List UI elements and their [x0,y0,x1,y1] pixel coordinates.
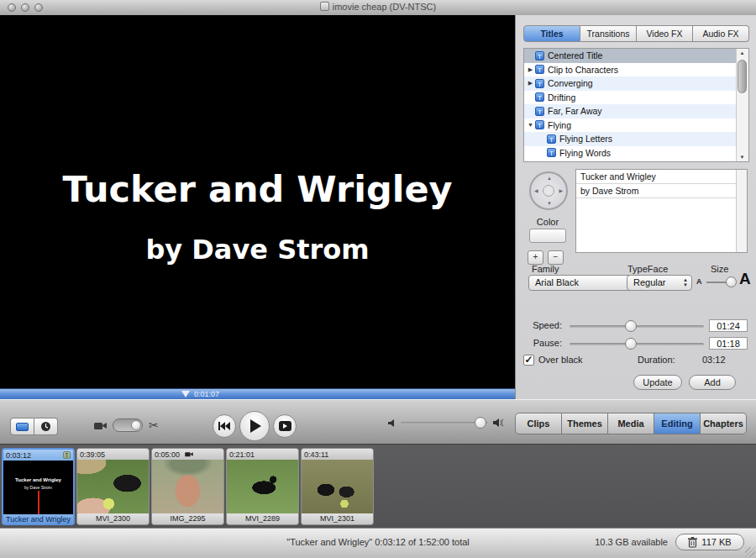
timeline-clip[interactable]: 0:39:05MVI_2300 [76,448,150,525]
thumb-title-line2: by Dave Strom [3,485,73,490]
title-style-label: Flying Letters [559,134,612,144]
rewind-icon [218,422,230,430]
timeline-clip[interactable]: 0:21:01MVI_2289 [226,448,299,525]
scrollbar-thumb[interactable] [738,60,747,93]
clip-duration: 0:39:05 [80,450,105,459]
add-button[interactable]: Add [689,375,736,390]
over-black-checkbox[interactable]: ✓ [523,355,534,366]
title-style-icon: T [535,107,544,116]
clip-viewer-button[interactable] [10,418,34,435]
text-entry-scrollbar[interactable] [736,170,747,252]
speed-slider[interactable] [570,325,704,328]
fullscreen-icon [279,421,291,431]
title-text-field-1[interactable]: Tucker and Wrigley [576,170,747,184]
pause-slider[interactable] [570,343,704,345]
clip-header: 0:03:12T [3,450,73,461]
mode-tab-clips[interactable]: Clips [515,413,562,434]
arrow-right-icon[interactable]: ▶ [559,187,563,193]
arrow-left-icon[interactable]: ◀ [534,187,538,193]
rewind-to-start-button[interactable] [213,414,236,438]
scrubber-bar[interactable]: 0:01:07 [0,388,515,399]
tab-video-fx[interactable]: Video FX [637,25,693,42]
video-preview[interactable]: Tucker and Wrigley by Dave Strom [0,15,515,388]
speed-field[interactable]: 01:24 [709,319,748,332]
titles-list-item[interactable]: TFlying Words [524,146,748,161]
disclosure-triangle[interactable]: ▼ [526,122,535,128]
tab-audio-fx[interactable]: Audio FX [693,25,749,42]
remove-text-line-button[interactable]: − [548,250,564,265]
arrow-down-icon[interactable]: ▼ [547,201,552,206]
clip-name: MVI_2301 [302,513,373,524]
titles-list-item[interactable]: ▶TConverging [524,76,748,91]
title-direction-pad[interactable]: ▲ ▼ ◀ ▶ [529,171,568,210]
titles-list-item[interactable]: TDrifting [524,91,748,105]
duration-label: Duration: [638,355,675,365]
update-button[interactable]: Update [633,375,682,390]
volume-slider[interactable] [401,422,488,424]
title-style-label: Centered Title [548,50,602,61]
titles-list[interactable]: TCentered Title▶TClip to Characters▶TCon… [523,48,749,162]
titles-list-item[interactable]: TFar, Far Away [524,104,748,118]
arrow-up-icon[interactable]: ▲ [547,176,552,181]
titles-list-item[interactable]: ▶TClip to Characters [524,63,748,77]
playhead-marker[interactable] [181,391,190,397]
play-button[interactable] [239,411,270,441]
size-large-glyph: A [739,270,751,288]
disclosure-triangle[interactable]: ▶ [526,66,535,73]
mode-tab-editing[interactable]: Editing [654,413,701,434]
clip-duration: 0:21:01 [229,450,255,459]
speed-knob[interactable] [625,320,637,332]
size-knob[interactable] [726,276,737,287]
resize-grip[interactable] [745,547,755,557]
titles-list-item[interactable]: ▼TFlying [524,118,748,133]
clock-icon [40,421,51,432]
pause-knob[interactable] [625,338,637,350]
trash-button[interactable]: 117 KB [675,534,744,550]
popup-arrows-icon: ▲▼ [683,277,688,287]
timeline-viewer-button[interactable] [34,418,58,435]
size-label: Size [711,264,728,274]
document-icon [320,2,329,11]
pause-field[interactable]: 01:18 [709,337,748,350]
titles-list-item[interactable]: TFlying Letters [524,132,748,146]
typeface-popup[interactable]: Regular ▲▼ [627,275,692,291]
dpad-center [543,185,554,197]
tab-titles[interactable]: Titles [523,25,580,42]
volume-knob[interactable] [475,417,486,429]
color-label: Color [516,217,580,227]
mode-toggle-switch[interactable] [113,418,143,432]
title-style-icon: T [535,92,544,102]
timeline-clip[interactable]: 0:05:00IMG_2295 [151,448,224,525]
titles-scrollbar[interactable]: ▲ ▼ [736,49,748,161]
tab-transitions[interactable]: Transitions [580,25,637,42]
add-text-line-button[interactable]: + [528,250,543,265]
scroll-up-icon[interactable]: ▲ [737,50,748,55]
mode-tab-media[interactable]: Media [608,413,654,434]
toggle-knob[interactable] [131,420,141,430]
title-style-icon: T [535,65,544,74]
play-fullscreen-button[interactable] [273,414,297,438]
timeline-clip[interactable]: 0:03:12TTucker and Wrigleyby Dave StromT… [2,448,75,525]
timeline-clip[interactable]: 0:43:11MVI_2301 [301,448,374,525]
mode-tab-chapters[interactable]: Chapters [701,413,747,434]
status-bar: "Tucker and Wrigley" 0:03:12 of 1:52:00 … [0,528,756,558]
mode-tab-themes[interactable]: Themes [562,413,608,434]
clip-thumbnail: Tucker and Wrigleyby Dave Strom [3,461,73,514]
disclosure-triangle[interactable]: ▶ [526,80,535,87]
typeface-label: TypeFace [627,264,668,274]
effects-panel: TitlesTransitionsVideo FXAudio FX TCente… [515,15,756,399]
titles-list-item[interactable]: TCentered Title [524,49,748,63]
camera-icon [185,451,193,457]
title-text-entry[interactable]: Tucker and Wrigley by Dave Strom [575,169,748,253]
title-style-label: Converging [548,78,593,88]
clip-name: MVI_2300 [77,513,149,524]
color-well[interactable] [529,229,566,243]
window-titlebar[interactable]: imovie cheap (DV-NTSC) [0,0,756,16]
scroll-down-icon[interactable]: ▼ [737,155,748,160]
trash-icon [688,537,697,548]
family-label: Family [532,264,559,274]
clip-timeline[interactable]: 0:03:12TTucker and Wrigleyby Dave StromT… [0,444,756,529]
volume-control [388,418,503,427]
title-text-field-2[interactable]: by Dave Strom [576,184,747,198]
status-text: "Tucker and Wrigley" 0:03:12 of 1:52:00 … [286,537,470,547]
